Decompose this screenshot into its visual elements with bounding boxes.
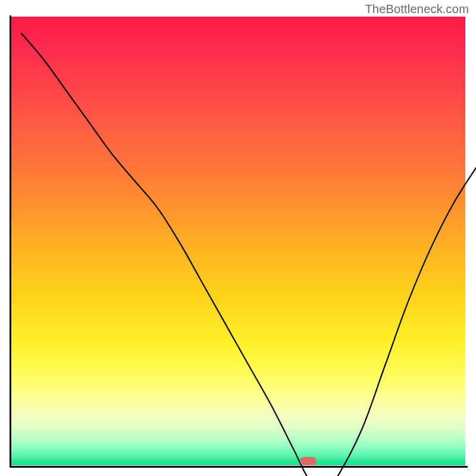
watermark-text: TheBottleneck.com — [365, 2, 469, 16]
x-axis — [10, 466, 468, 468]
chart-container: TheBottleneck.com — [0, 0, 476, 476]
curve-svg — [21, 33, 476, 476]
data-curve — [21, 33, 476, 476]
minimum-marker — [300, 457, 317, 465]
y-axis — [10, 15, 11, 468]
plot-area — [11, 17, 465, 465]
